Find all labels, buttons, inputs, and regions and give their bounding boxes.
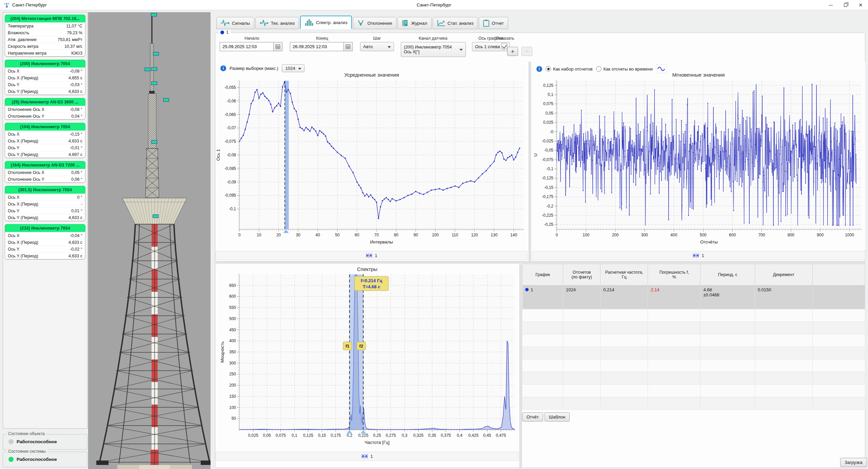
horizontal-splitter[interactable] [216,261,865,263]
vertical-splitter-2[interactable] [519,264,522,468]
start-date-input[interactable] [220,42,273,51]
tower-sensor-marker[interactable] [153,52,159,55]
instant-legend[interactable]: 1 [532,251,865,260]
sensor-card-row: Ось Y (Период)4,633 с [5,214,85,221]
instant-chart[interactable]: 01002003004005006007008009001000-0,25-0,… [532,62,865,250]
tower-sensor-marker[interactable] [145,68,150,71]
table-empty-row[interactable] [522,359,865,372]
tab-spectrum-bars[interactable]: Спектр. анализ [300,16,352,29]
tower-sensor-marker[interactable] [151,13,157,16]
restore-button[interactable] [838,0,853,10]
table-column-header[interactable]: Погрешность f, % [648,264,701,286]
svg-text:60: 60 [355,233,359,237]
svg-text:0,075: 0,075 [276,433,286,438]
svg-text:0,425: 0,425 [468,433,478,438]
table-empty-row[interactable] [522,322,865,334]
channel-combo[interactable]: (200) Инклинометр 7054 Ось X[°] [401,42,466,57]
sensor-param-label: Температура [8,24,34,28]
end-calendar-button[interactable] [343,42,353,51]
tab-journal[interactable]: Журнал [397,17,431,29]
add-series-button[interactable]: + [507,47,518,56]
system-state-dot [8,457,14,462]
sensor-card-row: Ось X (Период)4,655 с [5,74,85,81]
report-button[interactable]: Отчёт [522,412,543,422]
table-column-header[interactable]: Отсчетов (по факту) [563,264,600,286]
tower-sensor-marker[interactable] [163,98,169,101]
averaged-chart[interactable]: 0102030405060708090100110120130140-0,1-0… [216,62,528,250]
sensor-card[interactable]: (301.5) Инклинометр 7054Ось X0 °Ось X (П… [5,186,85,221]
spectrum-chart[interactable]: 0,0250,050,0750,10,1250,150,1750,20,2250… [216,264,519,450]
table-cell [701,397,755,410]
vertical-splitter[interactable] [529,62,531,261]
table-empty-row[interactable] [522,334,865,347]
tab-signal-wave[interactable]: Сигналы [216,17,254,29]
table-column-header[interactable] [812,264,865,286]
sensor-card[interactable]: (164) Инклинометр AN-D3 7200 ...Отклонен… [5,161,85,183]
table-cell [522,397,563,410]
spectrum-results-table[interactable]: ГрафикОтсчетов (по факту)Расчетная часто… [522,264,865,410]
tower-sensor-marker[interactable] [152,82,157,85]
sensor-card[interactable]: (200) Инклинометр 7054Ось X-0,08 °Ось X … [5,60,85,95]
sensor-card-row: Влажность79,23 % [5,29,85,36]
sensor-param-label: Ось Y [8,209,19,213]
sample-size-combo[interactable]: 1024 [282,64,304,72]
frame-series-chip: 1 [218,30,231,35]
sensor-param-value: -0,04 ° [70,233,82,238]
remove-series-button[interactable]: − [521,47,532,56]
spectrum-legend-label: 1 [370,454,373,459]
svg-text:-0,1: -0,1 [229,207,236,211]
table-cell [600,347,648,359]
svg-text:50: 50 [232,416,236,421]
tower-sensor-marker[interactable] [153,215,158,218]
tab-stat-chart[interactable]: Стат. анализ [433,17,478,29]
table-empty-row[interactable] [522,397,865,410]
template-button[interactable]: Шаблон [545,412,570,422]
table-column-header[interactable]: Период, с [701,264,755,286]
table-row[interactable]: 110240.2142.144.68 ±0.04680.0150 [522,286,865,309]
tab-report[interactable]: Отчет [479,17,508,29]
tab-tech-wave[interactable]: Тех. анализ [255,17,299,29]
table-empty-row[interactable] [522,372,865,385]
radio-as-time[interactable]: Как отсчеты во времени [596,66,653,72]
sensor-card[interactable]: (232) Инклинометр 7054Ось X-0,04 °Ось X … [5,224,85,259]
sensor-card-row: Отклонение Ось X-0,08 ° [5,106,85,113]
start-calendar-button[interactable] [273,42,282,51]
minimize-button[interactable] [823,0,838,10]
load-button[interactable]: Загрузка [840,458,867,467]
close-icon: ✕ [859,2,863,8]
tab-deviation[interactable]: Отклонение [353,17,396,29]
svg-text:Мощность: Мощность [220,341,225,363]
svg-text:Ось 1: Ось 1 [216,149,221,161]
tower-sensor-marker[interactable] [152,67,157,71]
step-combo[interactable]: Авто [360,42,394,51]
table-column-header[interactable]: График [522,264,563,286]
table-empty-row[interactable] [522,347,865,359]
svg-text:700: 700 [758,233,765,237]
averaged-legend[interactable]: 1 [216,251,528,260]
close-button[interactable]: ✕ [853,0,868,10]
tower-sensor-marker[interactable] [152,140,157,143]
table-empty-row[interactable] [522,309,865,322]
instant-legend-label: 1 [702,253,704,258]
svg-text:600: 600 [729,233,736,237]
svg-text:40: 40 [315,233,320,237]
show-checkbox[interactable] [501,43,507,49]
end-date-input[interactable] [290,42,343,51]
sensor-param-value: -0,03 ° [70,82,82,87]
svg-text:50: 50 [335,233,340,237]
tower-3d-view[interactable] [88,12,210,469]
table-empty-row[interactable] [522,385,865,397]
table-cell [522,359,563,372]
svg-text:0: 0 [238,233,241,237]
table-column-header[interactable]: Расчетная частота, Гц [600,264,648,286]
sensor-card[interactable]: (104) Инклинометр 7054Ось X-0,15 °Ось X … [5,123,85,158]
radio-as-samples[interactable]: Как набор отсчетов [546,66,593,72]
spectrum-legend[interactable]: 1 [216,452,519,461]
sensor-card[interactable]: (204) Метеостанция МПВ 702.18...Температ… [5,15,85,57]
tab-label: Сигналы [232,21,250,26]
svg-text:-0,1: -0,1 [546,167,553,171]
svg-text:-0,05: -0,05 [544,148,554,153]
sensor-card[interactable]: (25) Инклинометр AN-D3 3600 ...Отклонени… [5,98,85,120]
table-column-header[interactable]: Декремент [755,264,812,286]
table-cell [563,359,600,372]
